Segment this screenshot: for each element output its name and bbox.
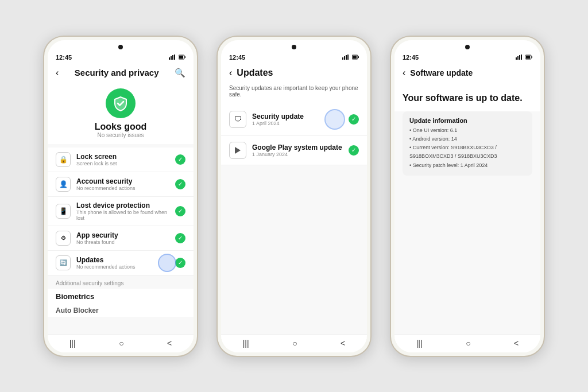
svg-rect-2 bbox=[172, 55, 173, 60]
nav-lines-1[interactable]: ||| bbox=[69, 339, 76, 348]
app-security-icon: ⚙ bbox=[56, 231, 71, 246]
status-bar-1: 12:45 bbox=[48, 53, 194, 62]
nav-back-1[interactable]: < bbox=[167, 339, 172, 348]
nav-bar-2: ||| ○ < bbox=[221, 334, 367, 352]
app-check: ✓ bbox=[175, 233, 185, 243]
lost-sub: This phone is allowed to be found when l… bbox=[76, 209, 175, 221]
screen1-title: Security and privacy bbox=[75, 68, 159, 77]
nav-lines-2[interactable]: ||| bbox=[243, 339, 249, 348]
nav-circle-2[interactable]: ○ bbox=[292, 339, 297, 348]
screen2-topnav: ‹ Updates bbox=[221, 62, 367, 81]
phones-container: 12:45 ‹ Security and privacy 🔍 bbox=[43, 36, 545, 357]
auto-blocker-label: Auto Blocker bbox=[48, 304, 194, 317]
lock-check: ✓ bbox=[175, 154, 185, 165]
update-info-title: Update information bbox=[409, 117, 525, 124]
back-arrow-2[interactable]: ‹ bbox=[229, 68, 232, 78]
account-sub: No recommended actions bbox=[76, 185, 175, 191]
status-bar-2: 12:45 bbox=[221, 53, 367, 62]
svg-rect-6 bbox=[179, 56, 183, 59]
updates-check: ✓ bbox=[175, 258, 185, 268]
phone-top-bar-1 bbox=[48, 40, 194, 53]
nav-back-2[interactable]: < bbox=[341, 339, 345, 348]
gplay-update-text: Google Play system update 1 January 2024 bbox=[252, 143, 349, 157]
info-item-3: • Security patch level: 1 April 2024 bbox=[409, 161, 525, 170]
battery-icon-3 bbox=[525, 55, 532, 60]
nav-lines-3[interactable]: ||| bbox=[416, 339, 423, 348]
menu-item-app-security[interactable]: ⚙ App security No threats found ✓ bbox=[48, 226, 194, 251]
status-time-2: 12:45 bbox=[229, 54, 245, 61]
nav-circle-1[interactable]: ○ bbox=[119, 339, 123, 348]
svg-rect-0 bbox=[169, 57, 170, 60]
phone-2: 12:45 ‹ Updates Security updates are imp… bbox=[216, 36, 372, 357]
app-security-text: App security No threats found bbox=[76, 231, 175, 245]
app-security-label: App security bbox=[76, 231, 175, 239]
screen3-title: Software update bbox=[410, 68, 473, 77]
account-check: ✓ bbox=[175, 179, 185, 189]
svg-rect-7 bbox=[342, 57, 343, 60]
security-update-date: 1 April 2024 bbox=[252, 121, 324, 126]
screen3-content: ‹ Software update Your software is up to… bbox=[394, 62, 540, 334]
phone-top-bar-2 bbox=[221, 40, 367, 53]
app-security-sub: No threats found bbox=[76, 239, 175, 245]
ripple-effect-2 bbox=[324, 109, 345, 130]
svg-rect-9 bbox=[346, 55, 347, 60]
account-text: Account security No recommended actions bbox=[76, 177, 175, 191]
nav-circle-3[interactable]: ○ bbox=[466, 339, 470, 348]
nav-bar-3: ||| ○ < bbox=[394, 334, 540, 352]
nav-back-3[interactable]: < bbox=[514, 339, 519, 348]
svg-rect-13 bbox=[353, 56, 357, 59]
security-update-icon: 🛡 bbox=[229, 111, 246, 128]
screen1-topnav: ‹ Security and privacy 🔍 bbox=[48, 62, 194, 81]
menu-item-account[interactable]: 👤 Account security No recommended action… bbox=[48, 172, 194, 197]
menu-item-updates[interactable]: 🔄 Updates No recommended actions ✓ bbox=[48, 251, 194, 275]
svg-rect-15 bbox=[516, 57, 517, 60]
update-info-list: • One UI version: 6.1 • Android version:… bbox=[409, 126, 525, 170]
svg-rect-1 bbox=[171, 56, 172, 60]
svg-rect-20 bbox=[532, 56, 533, 58]
svg-rect-5 bbox=[185, 56, 186, 58]
gplay-update-date: 1 January 2024 bbox=[252, 152, 349, 157]
info-item-0: • One UI version: 6.1 bbox=[409, 126, 525, 135]
status-time-1: 12:45 bbox=[56, 54, 72, 61]
lock-text: Lock screen Screen lock is set bbox=[76, 153, 175, 166]
account-icon: 👤 bbox=[56, 177, 71, 192]
camera-dot-2 bbox=[292, 45, 296, 49]
phone-1: 12:45 ‹ Security and privacy 🔍 bbox=[43, 36, 198, 357]
status-time-3: 12:45 bbox=[403, 54, 419, 61]
camera-dot-1 bbox=[118, 45, 123, 49]
lost-label: Lost device protection bbox=[76, 201, 175, 209]
svg-rect-3 bbox=[174, 55, 175, 60]
phone-3: 12:45 ‹ Software update Your software is… bbox=[390, 36, 545, 357]
update-item-security[interactable]: 🛡 Security update 1 April 2024 ✓ bbox=[221, 103, 367, 136]
looks-good-label: Looks good bbox=[95, 122, 147, 132]
screen3-topnav: ‹ Software update bbox=[394, 62, 540, 81]
screen2-title: Updates bbox=[237, 68, 273, 78]
play-icon bbox=[233, 146, 242, 155]
menu-item-lost-device[interactable]: 📱 Lost device protection This phone is a… bbox=[48, 197, 194, 226]
svg-rect-18 bbox=[521, 55, 522, 60]
update-item-gplay[interactable]: Google Play system update 1 January 2024… bbox=[221, 136, 367, 165]
screen1-content: ‹ Security and privacy 🔍 Looks good No s… bbox=[48, 62, 194, 334]
status-bar-3: 12:45 bbox=[394, 53, 540, 62]
back-arrow-1[interactable]: ‹ bbox=[56, 68, 59, 78]
svg-marker-14 bbox=[235, 147, 241, 154]
nav-bar-1: ||| ○ < bbox=[48, 334, 194, 352]
back-arrow-3[interactable]: ‹ bbox=[403, 68, 405, 78]
uptodate-label: Your software is up to date. bbox=[394, 81, 540, 111]
svg-rect-16 bbox=[517, 56, 519, 60]
shield-svg bbox=[113, 95, 129, 111]
phone-top-bar-3 bbox=[394, 40, 540, 53]
camera-dot-3 bbox=[465, 45, 470, 49]
info-item-2: • Current version: S918BXXU3CXD3 / S918B… bbox=[409, 143, 525, 161]
svg-rect-21 bbox=[526, 56, 530, 59]
screen2-content: ‹ Updates Security updates are important… bbox=[221, 62, 367, 334]
menu-item-lockscreen[interactable]: 🔒 Lock screen Screen lock is set ✓ bbox=[48, 148, 194, 172]
no-issues-label: No security issues bbox=[97, 132, 144, 138]
screen2-subtitle: Security updates are important to keep y… bbox=[221, 81, 367, 103]
status-icons-1 bbox=[169, 55, 185, 60]
svg-rect-12 bbox=[358, 56, 359, 58]
signal-icon-3 bbox=[516, 55, 524, 60]
biometrics-label: Biometrics bbox=[48, 289, 194, 304]
search-icon-1[interactable]: 🔍 bbox=[175, 68, 185, 78]
battery-icon bbox=[179, 55, 185, 60]
